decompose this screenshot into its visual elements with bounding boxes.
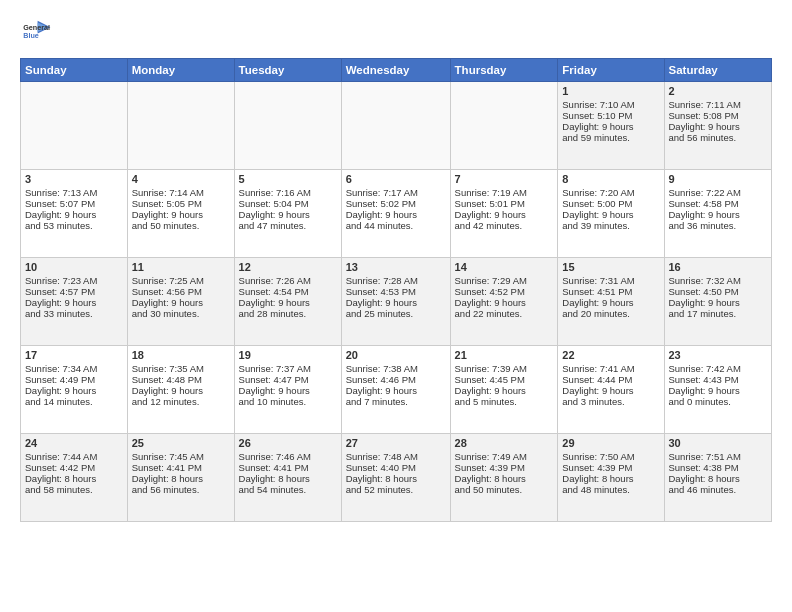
day-info-line: and 28 minutes. bbox=[239, 308, 337, 319]
day-info-line: Sunset: 4:42 PM bbox=[25, 462, 123, 473]
day-info-line: and 56 minutes. bbox=[669, 132, 768, 143]
calendar-cell: 12Sunrise: 7:26 AMSunset: 4:54 PMDayligh… bbox=[234, 258, 341, 346]
day-number: 25 bbox=[132, 437, 230, 449]
day-info-line: Daylight: 8 hours bbox=[562, 473, 659, 484]
day-info-line: Sunset: 4:46 PM bbox=[346, 374, 446, 385]
day-info-line: Sunset: 4:49 PM bbox=[25, 374, 123, 385]
day-info-line: Daylight: 9 hours bbox=[346, 209, 446, 220]
day-info-line: Sunset: 4:39 PM bbox=[562, 462, 659, 473]
day-number: 14 bbox=[455, 261, 554, 273]
calendar-cell: 26Sunrise: 7:46 AMSunset: 4:41 PMDayligh… bbox=[234, 434, 341, 522]
day-info-line: Sunrise: 7:49 AM bbox=[455, 451, 554, 462]
day-number: 27 bbox=[346, 437, 446, 449]
day-number: 5 bbox=[239, 173, 337, 185]
day-number: 29 bbox=[562, 437, 659, 449]
day-info-line: and 0 minutes. bbox=[669, 396, 768, 407]
day-number: 22 bbox=[562, 349, 659, 361]
day-info-line: and 25 minutes. bbox=[346, 308, 446, 319]
day-info-line: and 33 minutes. bbox=[25, 308, 123, 319]
day-info-line: Sunset: 4:43 PM bbox=[669, 374, 768, 385]
day-info-line: Sunset: 4:57 PM bbox=[25, 286, 123, 297]
day-info-line: Daylight: 8 hours bbox=[346, 473, 446, 484]
day-info-line: and 20 minutes. bbox=[562, 308, 659, 319]
dow-monday: Monday bbox=[127, 59, 234, 82]
calendar-cell: 30Sunrise: 7:51 AMSunset: 4:38 PMDayligh… bbox=[664, 434, 772, 522]
calendar-cell: 1Sunrise: 7:10 AMSunset: 5:10 PMDaylight… bbox=[558, 82, 664, 170]
day-info-line: Sunset: 4:50 PM bbox=[669, 286, 768, 297]
calendar-cell: 16Sunrise: 7:32 AMSunset: 4:50 PMDayligh… bbox=[664, 258, 772, 346]
day-info-line: and 30 minutes. bbox=[132, 308, 230, 319]
day-info-line: Daylight: 9 hours bbox=[562, 209, 659, 220]
logo: General Blue bbox=[20, 16, 52, 48]
day-info-line: Sunrise: 7:50 AM bbox=[562, 451, 659, 462]
day-info-line: Sunset: 4:45 PM bbox=[455, 374, 554, 385]
day-info-line: Sunset: 4:54 PM bbox=[239, 286, 337, 297]
calendar-body: 1Sunrise: 7:10 AMSunset: 5:10 PMDaylight… bbox=[21, 82, 772, 522]
calendar-cell: 29Sunrise: 7:50 AMSunset: 4:39 PMDayligh… bbox=[558, 434, 664, 522]
week-row-0: 1Sunrise: 7:10 AMSunset: 5:10 PMDaylight… bbox=[21, 82, 772, 170]
dow-thursday: Thursday bbox=[450, 59, 558, 82]
day-number: 3 bbox=[25, 173, 123, 185]
day-info-line: Daylight: 9 hours bbox=[455, 209, 554, 220]
day-info-line: Sunrise: 7:10 AM bbox=[562, 99, 659, 110]
day-number: 4 bbox=[132, 173, 230, 185]
day-info-line: and 3 minutes. bbox=[562, 396, 659, 407]
day-info-line: Daylight: 9 hours bbox=[562, 297, 659, 308]
day-info-line: Sunrise: 7:44 AM bbox=[25, 451, 123, 462]
day-info-line: Daylight: 9 hours bbox=[669, 209, 768, 220]
day-number: 16 bbox=[669, 261, 768, 273]
day-info-line: Sunrise: 7:31 AM bbox=[562, 275, 659, 286]
day-info-line: and 14 minutes. bbox=[25, 396, 123, 407]
day-info-line: Sunrise: 7:39 AM bbox=[455, 363, 554, 374]
day-info-line: Sunset: 5:08 PM bbox=[669, 110, 768, 121]
day-info-line: Sunset: 4:47 PM bbox=[239, 374, 337, 385]
page: General Blue SundayMondayTuesdayWednesda… bbox=[0, 0, 792, 612]
day-info-line: and 7 minutes. bbox=[346, 396, 446, 407]
week-row-4: 24Sunrise: 7:44 AMSunset: 4:42 PMDayligh… bbox=[21, 434, 772, 522]
day-info-line: and 46 minutes. bbox=[669, 484, 768, 495]
day-info-line: Sunrise: 7:29 AM bbox=[455, 275, 554, 286]
day-info-line: Sunrise: 7:42 AM bbox=[669, 363, 768, 374]
calendar-cell: 27Sunrise: 7:48 AMSunset: 4:40 PMDayligh… bbox=[341, 434, 450, 522]
day-info-line: Sunrise: 7:46 AM bbox=[239, 451, 337, 462]
calendar-cell: 9Sunrise: 7:22 AMSunset: 4:58 PMDaylight… bbox=[664, 170, 772, 258]
day-info-line: and 50 minutes. bbox=[455, 484, 554, 495]
day-info-line: Daylight: 8 hours bbox=[669, 473, 768, 484]
day-info-line: Daylight: 9 hours bbox=[562, 385, 659, 396]
day-number: 11 bbox=[132, 261, 230, 273]
day-info-line: Sunset: 5:00 PM bbox=[562, 198, 659, 209]
day-info-line: Daylight: 8 hours bbox=[132, 473, 230, 484]
days-row: SundayMondayTuesdayWednesdayThursdayFrid… bbox=[21, 59, 772, 82]
day-info-line: Daylight: 9 hours bbox=[25, 209, 123, 220]
day-info-line: Sunset: 4:41 PM bbox=[239, 462, 337, 473]
day-info-line: Daylight: 9 hours bbox=[25, 297, 123, 308]
day-info-line: and 50 minutes. bbox=[132, 220, 230, 231]
dow-saturday: Saturday bbox=[664, 59, 772, 82]
day-info-line: Sunset: 4:38 PM bbox=[669, 462, 768, 473]
day-info-line: Daylight: 9 hours bbox=[239, 297, 337, 308]
day-info-line: Daylight: 9 hours bbox=[132, 297, 230, 308]
logo-icon: General Blue bbox=[20, 16, 52, 48]
calendar-cell: 3Sunrise: 7:13 AMSunset: 5:07 PMDaylight… bbox=[21, 170, 128, 258]
day-info-line: Sunset: 5:02 PM bbox=[346, 198, 446, 209]
day-number: 12 bbox=[239, 261, 337, 273]
dow-sunday: Sunday bbox=[21, 59, 128, 82]
day-info-line: and 17 minutes. bbox=[669, 308, 768, 319]
day-info-line: Daylight: 9 hours bbox=[132, 385, 230, 396]
day-info-line: and 22 minutes. bbox=[455, 308, 554, 319]
day-info-line: and 39 minutes. bbox=[562, 220, 659, 231]
calendar-cell bbox=[127, 82, 234, 170]
calendar-cell: 20Sunrise: 7:38 AMSunset: 4:46 PMDayligh… bbox=[341, 346, 450, 434]
header: General Blue bbox=[20, 16, 772, 48]
calendar-cell: 23Sunrise: 7:42 AMSunset: 4:43 PMDayligh… bbox=[664, 346, 772, 434]
day-info-line: and 48 minutes. bbox=[562, 484, 659, 495]
calendar-cell: 28Sunrise: 7:49 AMSunset: 4:39 PMDayligh… bbox=[450, 434, 558, 522]
day-info-line: Daylight: 9 hours bbox=[455, 297, 554, 308]
day-info-line: and 36 minutes. bbox=[669, 220, 768, 231]
day-info-line: Sunset: 5:05 PM bbox=[132, 198, 230, 209]
day-info-line: and 59 minutes. bbox=[562, 132, 659, 143]
day-info-line: and 54 minutes. bbox=[239, 484, 337, 495]
day-number: 1 bbox=[562, 85, 659, 97]
day-info-line: Sunset: 4:41 PM bbox=[132, 462, 230, 473]
day-info-line: Daylight: 9 hours bbox=[25, 385, 123, 396]
